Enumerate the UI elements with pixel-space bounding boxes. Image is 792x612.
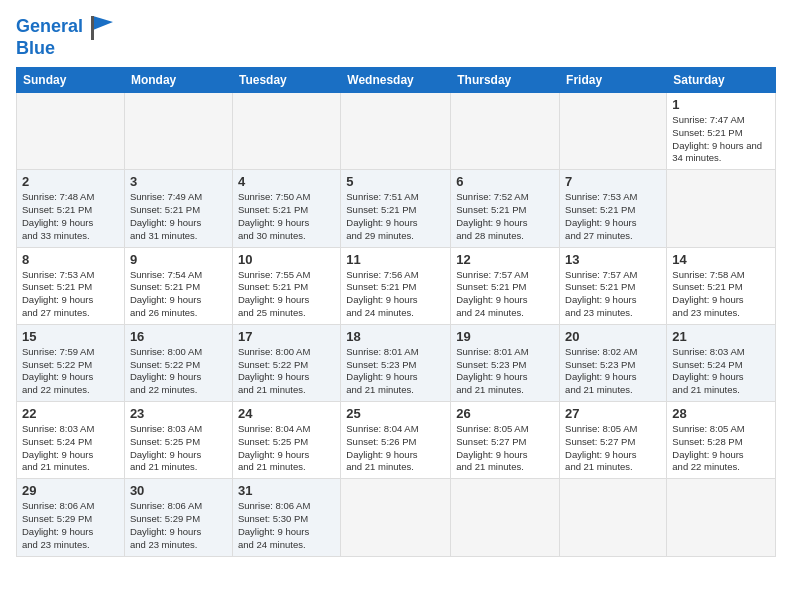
daylight-minutes: and 21 minutes. <box>130 461 227 474</box>
sunset-text: Sunset: 5:30 PM <box>238 513 335 526</box>
calendar-cell-day-3: 3 Sunrise: 7:49 AM Sunset: 5:21 PM Dayli… <box>124 170 232 247</box>
daylight-minutes: and 21 minutes. <box>456 384 554 397</box>
daylight-minutes: and 21 minutes. <box>565 461 661 474</box>
daylight-minutes: and 26 minutes. <box>130 307 227 320</box>
day-number: 4 <box>238 174 335 189</box>
empty-cell <box>667 170 776 247</box>
day-number: 2 <box>22 174 119 189</box>
sunset-text: Sunset: 5:21 PM <box>565 204 661 217</box>
calendar-cell-day-21: 21 Sunrise: 8:03 AM Sunset: 5:24 PM Dayl… <box>667 324 776 401</box>
sunrise-text: Sunrise: 8:05 AM <box>672 423 770 436</box>
calendar-cell-day-24: 24 Sunrise: 8:04 AM Sunset: 5:25 PM Dayl… <box>232 402 340 479</box>
daylight-minutes: and 23 minutes. <box>130 539 227 552</box>
sunrise-text: Sunrise: 8:00 AM <box>130 346 227 359</box>
daylight-hours: Daylight: 9 hours <box>346 217 445 230</box>
daylight-minutes: and 23 minutes. <box>672 307 770 320</box>
calendar-cell-day-30: 30 Sunrise: 8:06 AM Sunset: 5:29 PM Dayl… <box>124 479 232 556</box>
day-number: 10 <box>238 252 335 267</box>
sunset-text: Sunset: 5:26 PM <box>346 436 445 449</box>
svg-rect-1 <box>91 16 94 40</box>
day-number: 11 <box>346 252 445 267</box>
calendar-cell-day-10: 10 Sunrise: 7:55 AM Sunset: 5:21 PM Dayl… <box>232 247 340 324</box>
daylight-hours: Daylight: 9 hours <box>22 217 119 230</box>
col-header-monday: Monday <box>124 68 232 93</box>
daylight-text: Daylight: 9 hours and 34 minutes. <box>672 140 770 166</box>
empty-cell <box>560 93 667 170</box>
daylight-minutes: and 28 minutes. <box>456 230 554 243</box>
daylight-minutes: and 31 minutes. <box>130 230 227 243</box>
col-header-tuesday: Tuesday <box>232 68 340 93</box>
calendar-cell-day-9: 9 Sunrise: 7:54 AM Sunset: 5:21 PM Dayli… <box>124 247 232 324</box>
day-number: 20 <box>565 329 661 344</box>
header-row: SundayMondayTuesdayWednesdayThursdayFrid… <box>17 68 776 93</box>
daylight-hours: Daylight: 9 hours <box>238 217 335 230</box>
calendar-table: SundayMondayTuesdayWednesdayThursdayFrid… <box>16 67 776 557</box>
daylight-minutes: and 21 minutes. <box>22 461 119 474</box>
sunrise-text: Sunrise: 7:59 AM <box>22 346 119 359</box>
sunset-text: Sunset: 5:23 PM <box>346 359 445 372</box>
sunset-text: Sunset: 5:28 PM <box>672 436 770 449</box>
daylight-minutes: and 21 minutes. <box>346 461 445 474</box>
logo-icon <box>85 12 115 42</box>
calendar-cell-day-11: 11 Sunrise: 7:56 AM Sunset: 5:21 PM Dayl… <box>341 247 451 324</box>
daylight-hours: Daylight: 9 hours <box>456 294 554 307</box>
calendar-week-4: 15 Sunrise: 7:59 AM Sunset: 5:22 PM Dayl… <box>17 324 776 401</box>
sunset-text: Sunset: 5:21 PM <box>672 127 770 140</box>
day-number: 24 <box>238 406 335 421</box>
empty-cell <box>17 93 125 170</box>
calendar-cell-day-6: 6 Sunrise: 7:52 AM Sunset: 5:21 PM Dayli… <box>451 170 560 247</box>
calendar-cell-day-13: 13 Sunrise: 7:57 AM Sunset: 5:21 PM Dayl… <box>560 247 667 324</box>
calendar-week-2: 2 Sunrise: 7:48 AM Sunset: 5:21 PM Dayli… <box>17 170 776 247</box>
calendar-cell-day-17: 17 Sunrise: 8:00 AM Sunset: 5:22 PM Dayl… <box>232 324 340 401</box>
sunset-text: Sunset: 5:27 PM <box>456 436 554 449</box>
daylight-minutes: and 30 minutes. <box>238 230 335 243</box>
daylight-hours: Daylight: 9 hours <box>22 371 119 384</box>
sunset-text: Sunset: 5:23 PM <box>456 359 554 372</box>
daylight-hours: Daylight: 9 hours <box>672 449 770 462</box>
sunset-text: Sunset: 5:24 PM <box>22 436 119 449</box>
daylight-hours: Daylight: 9 hours <box>565 217 661 230</box>
daylight-minutes: and 22 minutes. <box>130 384 227 397</box>
daylight-hours: Daylight: 9 hours <box>22 526 119 539</box>
day-number: 31 <box>238 483 335 498</box>
calendar-cell-day-14: 14 Sunrise: 7:58 AM Sunset: 5:21 PM Dayl… <box>667 247 776 324</box>
calendar-cell-day-20: 20 Sunrise: 8:02 AM Sunset: 5:23 PM Dayl… <box>560 324 667 401</box>
daylight-minutes: and 22 minutes. <box>22 384 119 397</box>
empty-cell <box>451 93 560 170</box>
page-container: General Blue SundayMondayTuesdayWednesda… <box>0 0 792 612</box>
col-header-thursday: Thursday <box>451 68 560 93</box>
sunrise-text: Sunrise: 7:52 AM <box>456 191 554 204</box>
sunrise-text: Sunrise: 8:06 AM <box>22 500 119 513</box>
daylight-hours: Daylight: 9 hours <box>565 294 661 307</box>
daylight-minutes: and 23 minutes. <box>22 539 119 552</box>
sunset-text: Sunset: 5:29 PM <box>130 513 227 526</box>
sunrise-text: Sunrise: 7:57 AM <box>565 269 661 282</box>
daylight-hours: Daylight: 9 hours <box>238 449 335 462</box>
daylight-hours: Daylight: 9 hours <box>456 217 554 230</box>
day-number: 28 <box>672 406 770 421</box>
daylight-minutes: and 27 minutes. <box>565 230 661 243</box>
sunrise-text: Sunrise: 8:06 AM <box>238 500 335 513</box>
sunrise-text: Sunrise: 8:03 AM <box>22 423 119 436</box>
day-number: 14 <box>672 252 770 267</box>
daylight-hours: Daylight: 9 hours <box>456 449 554 462</box>
daylight-hours: Daylight: 9 hours <box>238 371 335 384</box>
daylight-minutes: and 21 minutes. <box>346 384 445 397</box>
daylight-hours: Daylight: 9 hours <box>346 294 445 307</box>
calendar-cell-day-22: 22 Sunrise: 8:03 AM Sunset: 5:24 PM Dayl… <box>17 402 125 479</box>
sunset-text: Sunset: 5:22 PM <box>130 359 227 372</box>
day-number: 16 <box>130 329 227 344</box>
day-number: 13 <box>565 252 661 267</box>
day-number: 23 <box>130 406 227 421</box>
day-number: 9 <box>130 252 227 267</box>
daylight-minutes: and 21 minutes. <box>238 461 335 474</box>
sunrise-text: Sunrise: 8:06 AM <box>130 500 227 513</box>
col-header-saturday: Saturday <box>667 68 776 93</box>
empty-cell <box>341 93 451 170</box>
day-number: 25 <box>346 406 445 421</box>
sunrise-text: Sunrise: 7:50 AM <box>238 191 335 204</box>
sunrise-text: Sunrise: 8:04 AM <box>238 423 335 436</box>
calendar-cell-day-26: 26 Sunrise: 8:05 AM Sunset: 5:27 PM Dayl… <box>451 402 560 479</box>
sunset-text: Sunset: 5:29 PM <box>22 513 119 526</box>
day-number: 30 <box>130 483 227 498</box>
